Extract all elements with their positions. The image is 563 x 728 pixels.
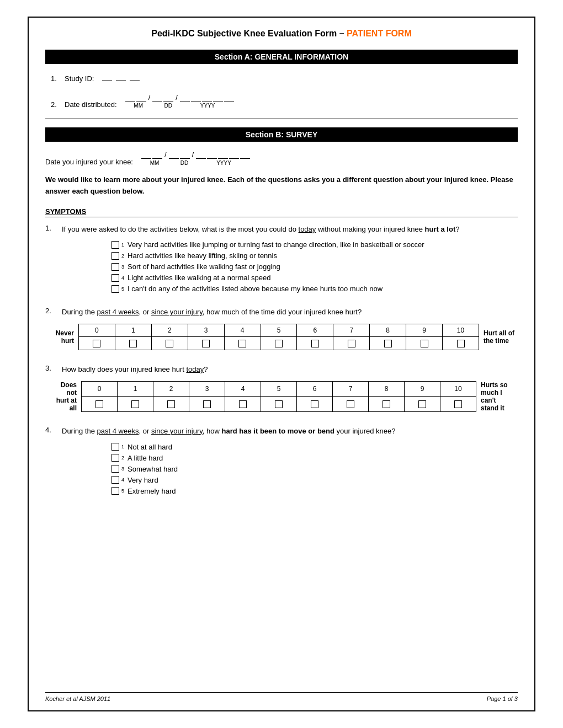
q3-num: 3. — [45, 364, 62, 376]
q1-options: 1 Very hard activities like jumping or t… — [45, 240, 518, 293]
q1-checkbox-4[interactable] — [111, 274, 119, 282]
q3-checkbox-8[interactable] — [383, 400, 390, 408]
date-dd-blank-2[interactable] — [163, 93, 173, 101]
q3-cb-6[interactable] — [297, 396, 333, 411]
q2-cb-8[interactable] — [370, 337, 406, 350]
q2-col-2: 2 — [151, 324, 188, 337]
q3-checkbox-4[interactable] — [239, 400, 247, 408]
q3-checkbox-3[interactable] — [203, 400, 211, 408]
q3-checkbox-9[interactable] — [418, 400, 426, 408]
footer-right: Page 1 of 3 — [487, 695, 518, 702]
q2-col-3: 3 — [188, 324, 224, 337]
q2-checkbox-1[interactable] — [129, 340, 137, 347]
q2-checkbox-3[interactable] — [202, 340, 210, 347]
q4-checkbox-3[interactable] — [111, 465, 119, 473]
q2-checkbox-10[interactable] — [457, 340, 465, 347]
question-2-row: 2. During the past 4 weeks, or since you… — [45, 307, 518, 318]
q2-cb-10[interactable] — [443, 337, 479, 350]
q4-checkbox-4[interactable] — [111, 476, 119, 484]
injured-yyyy-blank-1[interactable] — [196, 150, 206, 159]
injured-dd-blank-2[interactable] — [180, 150, 190, 159]
date-yyyy-blank-4[interactable] — [213, 93, 223, 101]
injured-yyyy-section — [196, 150, 217, 159]
date-dd-blank-1[interactable] — [152, 93, 162, 101]
study-id-blank-3[interactable] — [130, 72, 140, 81]
date-extra-blank[interactable] — [224, 93, 234, 101]
q1-checkbox-3[interactable] — [111, 263, 119, 271]
q3-checkbox-1[interactable] — [131, 400, 139, 408]
q3-cb-5[interactable] — [261, 396, 297, 411]
study-id-value — [102, 72, 139, 83]
q4-checkbox-2[interactable] — [111, 454, 119, 462]
q2-cb-5[interactable] — [261, 337, 297, 350]
question-1-row: 1. If you were asked to do the activitie… — [45, 224, 518, 235]
date-mm-blank-1[interactable] — [125, 93, 135, 101]
q3-cb-9[interactable] — [405, 396, 440, 411]
q2-checkbox-8[interactable] — [384, 340, 392, 347]
date-yyyy-blank-3[interactable] — [202, 93, 212, 101]
q2-col-6: 6 — [297, 324, 333, 337]
q1-option-1: 1 Very hard activities like jumping or t… — [111, 240, 518, 249]
q2-cb-1[interactable] — [115, 337, 151, 350]
q3-cb-4[interactable] — [225, 396, 261, 411]
q2-checkbox-9[interactable] — [421, 340, 428, 347]
q3-col-9: 9 — [405, 381, 440, 396]
date-yyyy-blank-1[interactable] — [180, 93, 190, 101]
injured-dd-blank-1[interactable] — [169, 150, 179, 159]
q1-checkbox-1[interactable] — [111, 241, 119, 249]
q3-checkbox-7[interactable] — [347, 400, 354, 408]
q2-cb-0[interactable] — [79, 337, 115, 350]
injured-extra-blank3[interactable] — [240, 150, 250, 159]
q3-cb-8[interactable] — [369, 396, 405, 411]
q2-cb-6[interactable] — [297, 337, 333, 350]
q3-cb-7[interactable] — [333, 396, 369, 411]
q1-checkbox-2[interactable] — [111, 252, 119, 260]
date-distributed-label: Date distributed: — [65, 100, 117, 109]
injured-dd-section — [169, 150, 190, 159]
q3-cb-1[interactable] — [118, 396, 153, 411]
q3-cb-0[interactable] — [82, 396, 118, 411]
q2-checkbox-5[interactable] — [275, 340, 283, 347]
date-yyyy-blank-2[interactable] — [191, 93, 201, 101]
q2-cb-7[interactable] — [333, 337, 370, 350]
q1-checkbox-5[interactable] — [111, 285, 119, 293]
study-id-blank-1[interactable] — [102, 72, 112, 81]
q2-checkbox-0[interactable] — [93, 340, 100, 347]
q2-checkbox-2[interactable] — [166, 340, 173, 347]
q3-checkbox-0[interactable] — [95, 400, 103, 408]
q3-col-8: 8 — [369, 381, 405, 396]
q2-checkbox-4[interactable] — [238, 340, 246, 347]
q2-cb-2[interactable] — [151, 337, 188, 350]
q2-checkbox-6[interactable] — [311, 340, 319, 347]
q3-checkbox-5[interactable] — [275, 400, 283, 408]
q2-cb-3[interactable] — [188, 337, 224, 350]
injured-mm-blank-1[interactable] — [141, 150, 151, 159]
q3-cb-10[interactable] — [440, 396, 476, 411]
q3-cb-3[interactable] — [189, 396, 225, 411]
q3-left-label: Does not hurt at all — [45, 381, 81, 412]
q2-checkbox-7[interactable] — [348, 340, 355, 347]
q3-checkbox-6[interactable] — [311, 400, 318, 408]
q4-checkbox-5[interactable] — [111, 487, 119, 495]
q2-col-7: 7 — [333, 324, 370, 337]
q3-cb-2[interactable] — [153, 396, 189, 411]
q1-num: 1. — [45, 224, 62, 235]
injured-extra-blank2[interactable] — [229, 150, 239, 159]
injured-extra-blank[interactable] — [218, 150, 228, 159]
q4-num: 4. — [45, 426, 62, 437]
q2-col-0: 0 — [79, 324, 115, 337]
q4-checkbox-1[interactable] — [111, 443, 119, 451]
q2-scale: Never hurt 0 1 2 3 4 5 6 7 8 9 — [45, 324, 518, 350]
date-mm-blank-2[interactable] — [136, 93, 146, 101]
q4-text: During the past 4 weeks, or since your i… — [62, 426, 518, 437]
q2-cb-9[interactable] — [406, 337, 443, 350]
injured-yyyy-blank-2[interactable] — [207, 150, 217, 159]
study-id-row: 1. Study ID: — [45, 72, 518, 83]
q3-checkbox-10[interactable] — [454, 400, 462, 408]
q3-checkbox-2[interactable] — [167, 400, 175, 408]
date-mm-section — [125, 93, 146, 101]
injured-mm-blank-2[interactable] — [152, 150, 162, 159]
study-id-blank-2[interactable] — [116, 72, 126, 81]
q2-cb-4[interactable] — [224, 337, 261, 350]
q2-col-10: 10 — [443, 324, 479, 337]
